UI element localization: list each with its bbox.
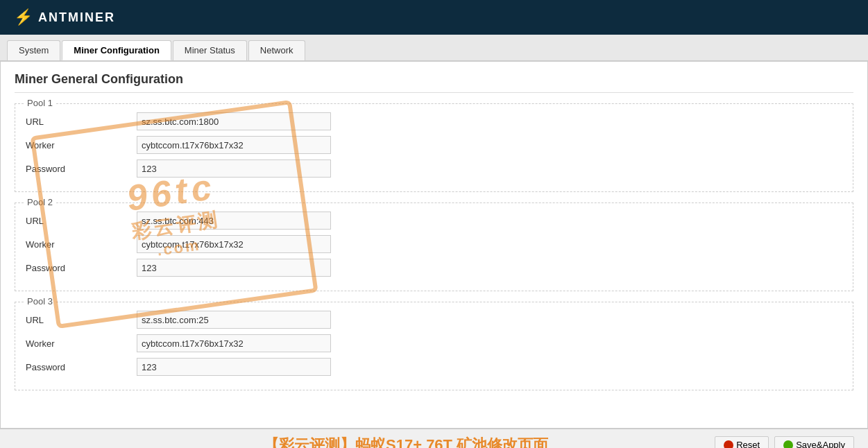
pool-3-worker-label: Worker <box>26 338 137 349</box>
save-apply-button[interactable]: Save&Apply <box>774 436 854 448</box>
pool-3-password-input[interactable] <box>137 358 331 376</box>
pool-2-worker-input[interactable] <box>137 235 331 253</box>
pool-1-password-row: Password <box>26 160 842 178</box>
pool-2-password-input[interactable] <box>137 259 331 277</box>
save-label: Save&Apply <box>796 440 845 448</box>
pool-2-password-row: Password <box>26 259 842 277</box>
tab-miner-configuration[interactable]: Miner Configuration <box>62 40 171 60</box>
pool-1-worker-input[interactable] <box>137 136 331 154</box>
pool-2-url-label: URL <box>26 216 137 226</box>
pool-3-url-input[interactable] <box>137 311 331 329</box>
tab-miner-status[interactable]: Miner Status <box>173 40 247 60</box>
footer-bar: 【彩云评测】蚂蚁S17+ 76T 矿池修改页面 Reset Save&Apply <box>0 429 868 448</box>
pool-2-url-row: URL <box>26 212 842 230</box>
pool-3-section: Pool 3 URL Worker Password <box>15 302 853 390</box>
pool-3-legend: Pool 3 <box>24 296 56 307</box>
pool-3-url-label: URL <box>26 315 137 325</box>
reset-label: Reset <box>736 440 760 448</box>
pool-2-section: Pool 2 URL Worker Password <box>15 203 853 291</box>
footer-promo-text: 【彩云评测】蚂蚁S17+ 76T 矿池修改页面 <box>97 435 715 449</box>
pool-2-password-label: Password <box>26 263 137 273</box>
pool-2-legend: Pool 2 <box>24 197 56 207</box>
pool-1-worker-row: Worker <box>26 136 842 154</box>
reset-button[interactable]: Reset <box>715 436 769 448</box>
pool-1-worker-label: Worker <box>26 140 137 150</box>
logo-text: ANTMINER <box>38 10 115 25</box>
pool-3-password-row: Password <box>26 358 842 376</box>
pool-3-url-row: URL <box>26 311 842 329</box>
tab-system[interactable]: System <box>7 40 60 60</box>
logo-area: ⚡ ANTMINER <box>14 8 115 26</box>
footer-buttons: Reset Save&Apply <box>715 436 854 448</box>
pool-1-legend: Pool 1 <box>24 98 56 108</box>
main-content: 96tc 彩云评测 .com Miner General Configurati… <box>0 61 868 429</box>
save-icon <box>783 440 793 449</box>
pool-1-section: Pool 1 URL Worker Password <box>15 103 853 192</box>
tab-network[interactable]: Network <box>248 40 305 60</box>
antminer-logo-icon: ⚡ <box>14 8 33 26</box>
tab-bar: System Miner Configuration Miner Status … <box>0 35 868 61</box>
pool-2-url-input[interactable] <box>137 212 331 230</box>
pool-2-worker-row: Worker <box>26 235 842 253</box>
page-title: Miner General Configuration <box>15 72 853 93</box>
pool-3-worker-input[interactable] <box>137 334 331 352</box>
reset-icon <box>724 440 733 449</box>
pool-3-worker-row: Worker <box>26 334 842 352</box>
pool-1-url-input[interactable] <box>137 112 331 130</box>
pool-1-url-row: URL <box>26 112 842 130</box>
pool-1-url-label: URL <box>26 117 137 127</box>
pool-2-worker-label: Worker <box>26 239 137 250</box>
pool-1-password-label: Password <box>26 164 137 174</box>
pool-3-password-label: Password <box>26 362 137 372</box>
pool-1-password-input[interactable] <box>137 160 331 178</box>
header: ⚡ ANTMINER <box>0 0 868 35</box>
